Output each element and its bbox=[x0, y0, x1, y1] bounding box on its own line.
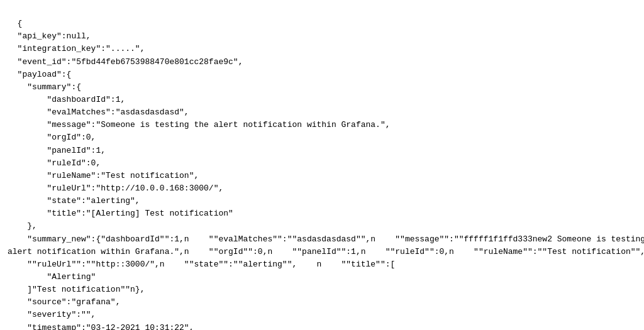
json-line-1: { bbox=[18, 19, 23, 28]
json-line-6: "summary":{ bbox=[8, 82, 81, 92]
json-line-14: "ruleUrl":"http://10.0.0.168:3000/", bbox=[8, 184, 223, 193]
json-line-16: "title":"[Alerting] Test notification" bbox=[8, 209, 233, 218]
json-line-17: }, bbox=[8, 221, 37, 231]
json-line-7: "dashboardId":1, bbox=[8, 95, 125, 104]
json-line-11: "panelId":1, bbox=[8, 146, 106, 155]
json-line-9: "message":"Someone is testing the alert … bbox=[8, 120, 391, 129]
json-line-25: "timestamp":"03-12-2021 10:31:22", bbox=[8, 323, 194, 330]
json-line-13: "ruleName":"Test notification", bbox=[8, 171, 199, 180]
json-line-15: "state":"alerting", bbox=[8, 196, 140, 206]
json-line-10: "orgId":0, bbox=[8, 133, 96, 142]
json-line-19: alert notification within Grafana.",n ""… bbox=[8, 247, 644, 256]
json-viewer: { "api_key":null, "integration_key":"...… bbox=[0, 0, 644, 330]
json-line-8: "evalMatches":"asdasdasdasd", bbox=[8, 107, 189, 117]
json-line-18: "summary_new":{"dashboardId"":1,n ""eval… bbox=[8, 234, 644, 244]
json-line-5: "payload":{ bbox=[8, 70, 71, 79]
json-line-3: "integration_key":".....", bbox=[8, 44, 145, 53]
json-line-24: "severity":"", bbox=[8, 310, 96, 319]
json-line-4: "event_id":"5fbd44feb6753988470e801cc28f… bbox=[8, 57, 243, 67]
json-line-20: ""ruleUrl"":""http::3000/",n ""state"":"… bbox=[8, 260, 395, 269]
json-line-22: ]"Test notification""n}, bbox=[8, 285, 145, 294]
json-line-23: "source":"grafana", bbox=[8, 297, 120, 307]
json-line-21: "Alerting" bbox=[8, 272, 96, 282]
json-line-2: "api_key":null, bbox=[8, 31, 91, 41]
json-line-12: "ruleId":0, bbox=[8, 158, 101, 168]
